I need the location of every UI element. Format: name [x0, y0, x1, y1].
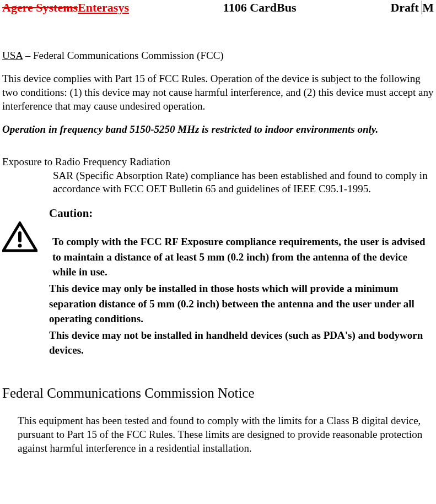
svg-rect-1 [18, 231, 21, 242]
header-strike-text: Agere Systems [2, 1, 78, 14]
caution-body: Caution: To comply with the FCC RF Expos… [49, 206, 434, 359]
header-left: Agere SystemsEnterasys [2, 0, 129, 16]
header-insert-text: Enterasys [78, 1, 129, 14]
frequency-restriction: Operation in frequency band 5150-5250 MH… [2, 123, 434, 137]
caution-title: Caution: [49, 206, 434, 221]
caution-p1: To comply with the FCC RF Exposure compl… [52, 234, 434, 280]
caution-p2: This device may only be installed in tho… [49, 281, 434, 327]
header-title: 1106 CardBus [129, 0, 390, 16]
warning-icon [2, 221, 41, 256]
caution-block: Caution: To comply with the FCC RF Expos… [2, 206, 434, 359]
compliance-paragraph: This device complies with Part 15 of FCC… [2, 72, 434, 113]
exposure-body: SAR (Specific Absorption Rate) complianc… [53, 169, 434, 196]
usa-line: USA – Federal Communications Commission … [2, 49, 434, 63]
svg-point-2 [18, 244, 22, 248]
fcc-notice-heading: Federal Communications Commission Notice [2, 384, 434, 403]
document-header: Agere SystemsEnterasys 1106 CardBus Draf… [2, 0, 434, 16]
header-right-post: M [422, 1, 434, 14]
caution-text: To comply with the FCC RF Exposure compl… [49, 234, 434, 357]
caution-p3: This device may not be installed in hand… [49, 328, 434, 358]
header-right: Draft M [390, 0, 434, 16]
exposure-block: Exposure to Radio Frequency Radiation SA… [2, 155, 434, 196]
exposure-title: Exposure to Radio Frequency Radiation [2, 155, 434, 169]
header-right-pre: Draft [390, 1, 422, 14]
fcc-notice-body: This equipment has been tested and found… [18, 414, 434, 455]
usa-rest: – Federal Communications Commission (FCC… [23, 50, 224, 61]
usa-label: USA [2, 50, 23, 61]
